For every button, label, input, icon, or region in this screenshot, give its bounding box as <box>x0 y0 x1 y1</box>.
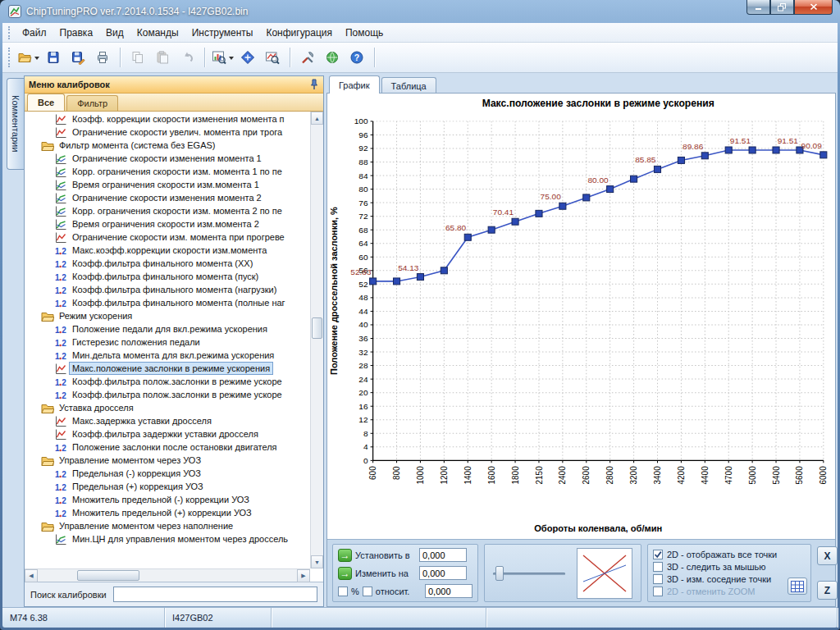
tree-item[interactable]: Коэфф. коррекции скорости изменения моме… <box>25 112 310 126</box>
tree-item[interactable]: 12Положение заслонки после остановки дви… <box>25 441 310 454</box>
apply-change-button[interactable]: → <box>338 567 352 580</box>
checkbox[interactable] <box>653 574 663 584</box>
tree-item[interactable]: 12Коэфф.фильтра полож.заслонки в режиме … <box>25 375 310 388</box>
save-button[interactable] <box>41 46 66 69</box>
tree-item[interactable]: Время ограничения скорости изм.момента 2 <box>25 217 310 231</box>
tree-vertical-scrollbar[interactable]: ▲ ▼ <box>310 112 323 568</box>
tree-item-label: Предельная (-) коррекция УОЗ <box>70 468 203 479</box>
tree-folder[interactable]: Фильтр момента (система без EGAS) <box>25 139 310 152</box>
tree-horizontal-scrollbar[interactable]: ◀ ▶ <box>25 568 310 582</box>
toolbar-grip[interactable] <box>8 48 11 67</box>
scroll-up-arrow[interactable]: ▲ <box>311 112 323 125</box>
tree-item[interactable]: 12Предельная (+) коррекция УОЗ <box>25 480 310 493</box>
tree-item[interactable]: 12Множитель предельной (+) коррекции УОЗ <box>25 506 310 519</box>
tree-folder[interactable]: Управление моментом через наполнение <box>25 519 310 532</box>
help-button[interactable]: ? <box>345 46 369 69</box>
menu-item[interactable]: Правка <box>53 25 100 41</box>
tree-item[interactable]: 12Множитель предельной (-) коррекции УОЗ <box>25 493 310 506</box>
change-value-input[interactable] <box>419 566 467 580</box>
tree-item[interactable]: 12Положение педали для вкл.режима ускоре… <box>25 322 310 336</box>
tree-item[interactable]: 12Мин.дельта момента для вкл.режима уско… <box>25 349 310 362</box>
calibration-chart[interactable]: 0481216202428323640444852566064687276808… <box>327 94 835 539</box>
horizontal-scrollbar-track[interactable] <box>38 569 297 582</box>
svg-text:2: 2 <box>62 273 66 282</box>
tree-item[interactable]: 12Гистерезис положения педали <box>25 336 310 349</box>
checkbox[interactable] <box>653 562 663 572</box>
slider-thumb[interactable] <box>495 566 504 581</box>
tree-folder[interactable]: Уставка дросселя <box>25 401 310 414</box>
tree-item[interactable]: 12Коэфф.фильтра финального момента (полн… <box>25 296 310 309</box>
tree-folder[interactable]: Управление моментом через УОЗ <box>25 454 310 467</box>
menu-item[interactable]: Файл <box>16 25 53 41</box>
menu-item[interactable]: Инструменты <box>185 25 260 41</box>
tree-item[interactable]: Ограничение скорости изменения момента 1 <box>25 152 310 165</box>
tree-item[interactable]: Ограничение скорости изм. момента при пр… <box>25 231 310 244</box>
chart-view-button[interactable] <box>210 46 235 69</box>
scroll-left-arrow[interactable]: ◀ <box>25 569 38 582</box>
tab-all[interactable]: Все <box>27 94 65 111</box>
tree-item[interactable]: Ограничение скорости изменения момента 2 <box>25 191 310 204</box>
close-button[interactable] <box>794 0 833 15</box>
apply-set-button[interactable]: → <box>338 549 352 562</box>
tab-table[interactable]: Таблица <box>381 77 436 94</box>
relative-value-input[interactable] <box>425 584 472 598</box>
svg-text:6000: 6000 <box>819 466 828 485</box>
pin-icon[interactable] <box>309 79 319 90</box>
svg-text:20: 20 <box>358 388 368 397</box>
menu-item[interactable]: Команды <box>130 25 185 41</box>
tree-item[interactable]: Макс.задержка уставки дросселя <box>25 414 310 427</box>
dropdown-arrow-icon[interactable] <box>34 57 39 62</box>
print-button[interactable] <box>90 46 115 69</box>
horizontal-scrollbar-thumb[interactable] <box>77 570 139 581</box>
svg-text:8: 8 <box>363 429 368 438</box>
smoothing-slider[interactable] <box>493 565 565 582</box>
tree-item[interactable]: 12Коэфф.фильтра полож.заслонки в режиме … <box>25 388 310 401</box>
tools-button[interactable] <box>295 46 320 69</box>
open-button[interactable] <box>16 46 41 69</box>
comments-tab[interactable]: Комментарии <box>7 78 24 170</box>
tree-item[interactable]: Время ограничения скорости изм.момента 1 <box>25 178 310 191</box>
tree-item[interactable]: 12Коэфф.фильтра финального момента (ХХ) <box>25 257 310 270</box>
x-axis-button[interactable]: X <box>817 546 838 565</box>
tree-item[interactable]: 12Коэфф.фильтра финального момента (нагр… <box>25 283 310 296</box>
map-search-button[interactable] <box>260 46 285 69</box>
percent-checkbox[interactable] <box>338 587 348 596</box>
tree-item[interactable]: 12Предельная (-) коррекция УОЗ <box>25 467 310 480</box>
tab-filter[interactable]: Фильтр <box>66 95 118 111</box>
tree-item[interactable]: Макс.положение заслонки в режиме ускорен… <box>25 362 310 375</box>
tab-chart[interactable]: График <box>329 75 380 94</box>
menu-item[interactable]: Вид <box>99 25 130 41</box>
dropdown-arrow-icon[interactable] <box>229 57 234 62</box>
tree-item[interactable]: Ограничение скорости увелич. момента при… <box>25 126 310 139</box>
tree-item[interactable]: Корр. ограничения скорости изм. момента … <box>25 204 310 217</box>
interpolation-preview-button[interactable] <box>577 548 632 599</box>
tree-item-label: Коэфф. коррекции скорости изменения моме… <box>70 113 287 125</box>
menu-item[interactable]: Помощь <box>339 25 390 41</box>
tree-item[interactable]: 12Макс.коэфф.коррекции скорости изм.моме… <box>25 244 310 257</box>
tree-item[interactable]: 12Коэфф.фильтра финального момента (пуск… <box>25 270 310 283</box>
scroll-down-arrow[interactable]: ▼ <box>311 555 323 568</box>
svg-text:5400: 5400 <box>772 466 781 485</box>
minimize-button[interactable] <box>746 0 770 15</box>
maximize-button[interactable] <box>770 0 794 15</box>
menu-item[interactable]: Конфигурация <box>259 25 339 41</box>
tree-item[interactable]: Корр. ограничения скорости изм. момента … <box>25 165 310 178</box>
tree-item[interactable]: Мин.ЦН для управления моментом через дро… <box>25 532 310 546</box>
set-value-input[interactable] <box>419 548 467 562</box>
tree-item[interactable]: Коэфф.фильтра задержки уставки дросселя <box>25 427 310 441</box>
vertical-scrollbar-thumb[interactable] <box>312 317 322 339</box>
online-button[interactable] <box>320 46 345 69</box>
chart-area[interactable]: 0481216202428323640444852566064687276808… <box>327 94 835 539</box>
save-as-button[interactable] <box>66 46 90 69</box>
tree-folder[interactable]: Режим ускорения <box>25 309 310 322</box>
menu-grip[interactable] <box>8 26 11 39</box>
scroll-right-arrow[interactable]: ▶ <box>297 569 310 582</box>
relative-checkbox[interactable] <box>363 587 372 596</box>
calibration-search-input[interactable] <box>113 587 317 602</box>
z-axis-button[interactable]: Z <box>817 581 838 600</box>
tree-item-label: Коэфф.фильтра финального момента (нагруз… <box>70 284 279 295</box>
slider-track[interactable] <box>493 573 565 575</box>
table-points-button[interactable] <box>788 578 807 595</box>
checkbox[interactable] <box>653 550 663 559</box>
compare-maps-button[interactable] <box>235 46 260 69</box>
